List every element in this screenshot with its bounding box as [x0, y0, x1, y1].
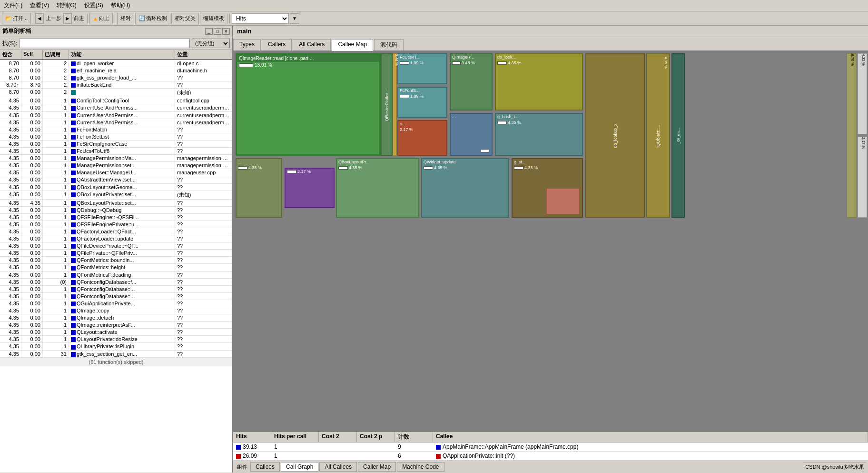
table-row[interactable]: 8.70↑ 8.70 2 inflateBackEnd ??: [0, 81, 232, 89]
tab-callee-map[interactable]: Callee Map: [332, 39, 373, 51]
small-left-block[interactable]: ... 4.35 %: [236, 158, 282, 218]
compress-template-button[interactable]: 缩短模板: [200, 13, 227, 24]
table-row[interactable]: 4.35 0.00 1 QFactoryLoader::update ??: [0, 235, 232, 242]
qwidget-update-block[interactable]: QWidget::update 4.35 %: [421, 158, 509, 218]
table-row[interactable]: 4.35 0.00 1 FcUcs4ToUtf8 ??: [0, 148, 232, 155]
td-self: 0.00: [21, 184, 43, 191]
open-button[interactable]: 📂 打开...: [2, 13, 31, 24]
glmu-block[interactable]: _Gl_mu...: [671, 53, 685, 218]
dots-block[interactable]: ...: [450, 113, 493, 156]
search-input[interactable]: [19, 39, 190, 48]
table-row[interactable]: 8.70 0.00 2 dl_open_worker dl-open.c: [0, 60, 232, 67]
cycle-detect-button[interactable]: 🔄 循环检测: [135, 13, 170, 24]
table-row[interactable]: 8.70 0.00 2 gtk_css_provider_load_... ??: [0, 74, 232, 81]
td-self: 0.00: [21, 141, 43, 147]
dolook-block[interactable]: do_look... 4.35 %: [495, 53, 583, 111]
qobject-block[interactable]: QObject::... 4.35 %: [646, 53, 670, 218]
table-row[interactable]: 4.35 0.00 1 ConfigTool::ConfigTool confi…: [0, 97, 232, 104]
menu-settings[interactable]: 设置(S): [82, 1, 105, 10]
fcucs4-block[interactable]: FcUcs4T... 1.09 %: [397, 53, 447, 84]
hits-dropdown-arrow[interactable]: ▼: [290, 13, 299, 24]
tab-all-callers[interactable]: All Callers: [293, 39, 331, 50]
menu-goto[interactable]: 转到(G): [55, 1, 78, 10]
ghash-block[interactable]: g_hash_t... 4.35 %: [495, 113, 583, 156]
qimager-pct: 3.48 %: [451, 60, 492, 66]
table-row[interactable]: 4.35 0.00 1 QAbstractItemView::set... ??: [0, 176, 232, 183]
qraster-block[interactable]: QRasterPlatfor....: [381, 53, 393, 156]
pct348-label1: 3.48 %: [395, 54, 399, 66]
table-row[interactable]: 4.35 0.00 1 FcStrCmpIgnoreCase ??: [0, 141, 232, 148]
qimage-reader-block[interactable]: QImageReader::read [clone .part.... 13.9…: [236, 53, 381, 156]
purple-block[interactable]: 2.17 %: [285, 168, 335, 208]
table-row[interactable]: 4.35 0.00 1 QLibraryPrivate::isPlugin ??: [0, 343, 232, 350]
qboxlayout-block[interactable]: QBoxLayoutPr... 4.35 %: [336, 158, 419, 218]
group-dropdown[interactable]: (无分组): [192, 39, 230, 48]
table-row[interactable]: 4.35 0.00 1 QBoxLayoutPrivate::set... (未…: [0, 191, 232, 200]
menu-view[interactable]: 查看(V): [28, 1, 51, 10]
panel-minimize-button[interactable]: _: [205, 28, 213, 35]
table-row[interactable]: 4.35 0.00 1 QFSFileEngine::~QFSFil... ??: [0, 214, 232, 221]
gst-block[interactable]: g_st... 4.35 %: [512, 158, 583, 218]
table-row[interactable]: 4.35 0.00 1 QGuiApplicationPrivate... ??: [0, 300, 232, 307]
table-row[interactable]: 4.35 0.00 1 QLayoutPrivate::doResize ??: [0, 336, 232, 343]
table-row[interactable]: 4.35 0.00 1 QImage::copy ??: [0, 307, 232, 314]
table-row[interactable]: 4.35 0.00 1 QLayout::activate ??: [0, 329, 232, 336]
table-row[interactable]: 4.35 0.00 1 QFSFileEnginePrivate::u... ?…: [0, 221, 232, 228]
table-row[interactable]: 4.35 0.00 (0) QFontconfigDatabase::f... …: [0, 279, 232, 286]
table-row[interactable]: 4.35 0.00 1 QDebug::~QDebug ??: [0, 207, 232, 214]
relative-parent-button[interactable]: 相对父类: [171, 13, 199, 24]
dolookup-x-block[interactable]: do_lookup_x: [585, 53, 645, 218]
bottom-row-1[interactable]: 39.13 1 9 AppMainFrame::AppMainFrame (ap…: [233, 443, 868, 452]
bottom-row-2[interactable]: 26.09 1 6 QApplicationPrivate::init (??): [233, 452, 868, 461]
table-row[interactable]: 4.35 0.00 1 QFileDevicePrivate::~QF... ?…: [0, 242, 232, 250]
callee-map[interactable]: QImageReader::read [clone .part.... 13.9…: [233, 51, 868, 431]
up-button[interactable]: ▲ 向上: [89, 13, 113, 24]
table-row[interactable]: 4.35 0.00 1 QFontconfigDatabase::... ??: [0, 293, 232, 300]
o-block[interactable]: o... 2.17 %: [397, 120, 447, 156]
tab-callers[interactable]: Callers: [262, 39, 292, 50]
panel-maximize-button[interactable]: □: [214, 28, 221, 35]
bottom-tab-caller-map[interactable]: Caller Map: [358, 462, 396, 472]
table-row[interactable]: 4.35 0.00 1 QImage::detach ??: [0, 314, 232, 322]
td-location: currentuserandpermission....: [175, 104, 232, 111]
table-row[interactable]: 4.35 0.00 1 QFilePrivate::~QFilePriv... …: [0, 250, 232, 257]
td-func: QFontconfigDatabase::f...: [69, 279, 175, 285]
menu-help[interactable]: 帮助(H): [109, 1, 132, 10]
table-row[interactable]: 4.35 0.00 1 QImage::reinterpretAsF... ??: [0, 322, 232, 329]
table-row[interactable]: 4.35 0.00 1 CurrentUserAndPermiss... cur…: [0, 112, 232, 119]
fcfonts-block[interactable]: FcFontS... 1.09 %: [397, 87, 447, 118]
bottom-tab-call-graph[interactable]: Call Graph: [281, 462, 318, 472]
table-row[interactable]: 8.70 0.00 2 (未知): [0, 89, 232, 97]
bottom-tab-machine-code[interactable]: Machine Code: [397, 462, 444, 472]
table-row[interactable]: 4.35 0.00 1 CurrentUserAndPermiss... cur…: [0, 104, 232, 111]
table-row[interactable]: 4.35 0.00 1 QFontMetrics::height ??: [0, 264, 232, 271]
bottom-tab-callees[interactable]: Callees: [250, 462, 280, 472]
panel-close-button[interactable]: ✕: [222, 28, 230, 35]
table-row[interactable]: 4.35 0.00 1 QFactoryLoader::QFact... ??: [0, 228, 232, 235]
qimager-block[interactable]: QImageR... 3.48 %: [450, 53, 493, 111]
table-row[interactable]: 4.35 4.35 1 QBoxLayoutPrivate::set... ??: [0, 200, 232, 207]
table-row[interactable]: 4.35 0.00 1 CurrentUserAndPermiss... cur…: [0, 119, 232, 126]
table-row[interactable]: 4.35 0.00 1 FcFontSetList ??: [0, 133, 232, 141]
table-row[interactable]: 4.35 0.00 1 ManagePermission::Ma... mana…: [0, 155, 232, 162]
table-row[interactable]: 4.35 0.00 1 QFontMetricsF::leading ??: [0, 272, 232, 279]
table-row[interactable]: 4.35 0.00 1 QFontconfigDatabase::... ??: [0, 286, 232, 293]
table-row[interactable]: 4.35 0.00 31 gtk_css_section_get_en... ?…: [0, 351, 232, 358]
forward-button[interactable]: ▶: [63, 13, 72, 24]
bottom-tab-all-callees[interactable]: All Callees: [319, 462, 357, 472]
table-row[interactable]: 4.35 0.00 1 QBoxLayout::setGeome... ??: [0, 184, 232, 191]
table-row[interactable]: 4.35 0.00 1 ManagePermission::set... man…: [0, 162, 232, 169]
hits-dropdown[interactable]: Hits Cost Cost 2: [232, 13, 289, 24]
table-row[interactable]: 4.35 0.00 1 QFontMetrics::boundin... ??: [0, 257, 232, 264]
back-button[interactable]: ◀: [35, 13, 44, 24]
tab-source-code[interactable]: 源代码: [374, 39, 404, 50]
table-row[interactable]: 4.35 0.00 1 FcFontMatch ??: [0, 126, 232, 133]
tab-types[interactable]: Types: [233, 39, 261, 50]
relative-button[interactable]: 相对: [117, 13, 134, 24]
td-include: 4.35: [0, 148, 21, 154]
table-row[interactable]: 8.70 0.00 2 elf_machine_rela dl-machine.…: [0, 67, 232, 74]
td-self: 0.00: [21, 97, 43, 104]
td-func: CurrentUserAndPermiss...: [69, 119, 175, 126]
table-row[interactable]: 4.35 0.00 1 ManageUser::ManageU... manag…: [0, 169, 232, 176]
menu-file[interactable]: 文件(F): [2, 1, 24, 10]
